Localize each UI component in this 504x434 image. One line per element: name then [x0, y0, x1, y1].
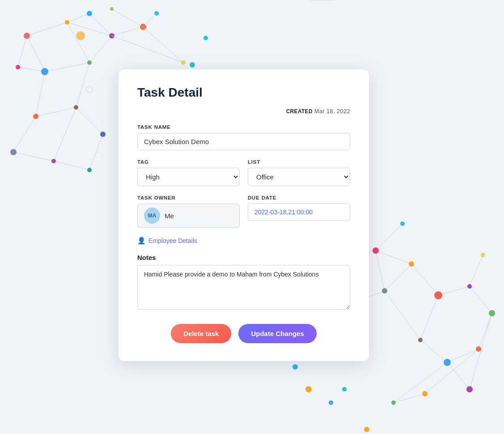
tag-list-row: TAG High Medium Low LIST Office Remote H…	[137, 159, 350, 186]
svg-point-35	[87, 168, 92, 172]
tag-label: TAG	[137, 159, 240, 165]
due-date-value[interactable]: 2022-03-18,21:00:00	[248, 204, 350, 221]
svg-line-41	[112, 36, 183, 63]
svg-point-26	[33, 114, 38, 119]
svg-point-74	[418, 338, 423, 342]
svg-point-27	[74, 105, 78, 110]
svg-line-5	[89, 36, 112, 63]
notes-label: Notes	[137, 254, 350, 261]
list-label: LIST	[248, 159, 350, 165]
created-label: CREATED	[286, 108, 313, 115]
due-date-label: DUE DATE	[248, 195, 350, 200]
svg-point-83	[329, 400, 333, 405]
svg-point-44	[86, 86, 93, 93]
svg-line-50	[479, 313, 492, 349]
task-owner-group: TASK OWNER MA Me	[137, 195, 240, 228]
task-name-label: TASK NAME	[137, 124, 350, 130]
owner-duedate-row: TASK OWNER MA Me DUE DATE 2022-03-18,21:…	[137, 195, 350, 228]
update-changes-button[interactable]: Update Changes	[238, 324, 316, 343]
svg-point-76	[400, 221, 405, 226]
svg-line-49	[470, 286, 492, 313]
svg-line-9	[76, 63, 89, 107]
svg-line-57	[385, 291, 420, 340]
owner-box[interactable]: MA Me	[137, 204, 240, 228]
svg-line-62	[394, 362, 447, 403]
svg-line-13	[54, 107, 76, 161]
list-select[interactable]: Office Remote Home	[248, 168, 350, 186]
svg-line-3	[67, 22, 89, 63]
svg-point-29	[51, 159, 56, 163]
svg-line-46	[376, 251, 411, 264]
svg-point-34	[100, 132, 106, 137]
svg-point-24	[41, 68, 48, 75]
svg-line-65	[470, 255, 483, 286]
modal-title: Task Detail	[137, 85, 350, 100]
svg-point-33	[16, 65, 20, 69]
buttons-row: Delete task Update Changes	[137, 324, 350, 343]
svg-line-12	[13, 152, 54, 161]
svg-line-6	[112, 27, 143, 36]
svg-line-47	[411, 264, 438, 295]
svg-point-39	[181, 60, 186, 65]
delete-task-button[interactable]: Delete task	[171, 324, 231, 343]
svg-point-25	[87, 60, 92, 65]
svg-point-73	[444, 359, 451, 366]
svg-line-4	[45, 63, 89, 72]
svg-point-72	[476, 346, 481, 352]
svg-point-69	[434, 291, 442, 299]
svg-point-84	[292, 364, 298, 370]
svg-line-55	[385, 264, 411, 291]
svg-point-75	[382, 288, 387, 294]
svg-line-8	[36, 107, 76, 116]
svg-line-15	[67, 13, 89, 22]
svg-point-42	[190, 62, 195, 68]
svg-line-18	[18, 36, 27, 67]
task-name-group: TASK NAME	[137, 124, 350, 150]
svg-line-53	[420, 295, 438, 340]
svg-line-10	[76, 107, 103, 134]
svg-line-58	[447, 362, 470, 389]
svg-point-82	[305, 386, 312, 392]
svg-line-17	[18, 67, 45, 72]
svg-point-21	[24, 33, 30, 39]
employee-details-link[interactable]: 👤 Employee Details	[137, 237, 197, 245]
svg-line-51	[447, 349, 479, 362]
svg-point-81	[481, 253, 485, 257]
svg-point-23	[109, 33, 114, 38]
svg-line-48	[438, 286, 470, 295]
svg-point-30	[87, 11, 92, 16]
svg-point-32	[140, 24, 146, 30]
svg-line-61	[394, 394, 425, 403]
svg-point-28	[10, 149, 17, 155]
svg-point-70	[467, 284, 472, 289]
svg-point-78	[422, 391, 428, 396]
svg-point-68	[409, 261, 414, 267]
person-icon: 👤	[137, 237, 146, 245]
svg-line-11	[13, 116, 36, 152]
employee-details-label: Employee Details	[148, 237, 197, 244]
svg-line-52	[420, 340, 447, 362]
svg-line-19	[54, 161, 89, 170]
notes-textarea[interactable]	[137, 265, 350, 310]
svg-line-1	[27, 36, 45, 72]
svg-point-71	[489, 310, 495, 316]
svg-point-37	[154, 11, 159, 16]
svg-point-77	[466, 386, 473, 392]
svg-line-7	[36, 72, 45, 116]
svg-point-88	[364, 427, 369, 432]
tag-select[interactable]: High Medium Low	[137, 168, 240, 186]
svg-point-87	[342, 387, 347, 391]
modal-card: Task Detail CREATED Mar 18, 2022 TASK NA…	[119, 69, 369, 361]
svg-point-31	[110, 7, 114, 11]
svg-line-40	[143, 27, 183, 63]
task-name-input[interactable]	[137, 133, 350, 150]
tag-group: TAG High Medium Low	[137, 159, 240, 186]
notes-group: Notes	[137, 254, 350, 311]
svg-line-38	[143, 13, 157, 27]
avatar: MA	[144, 208, 160, 224]
svg-point-43	[203, 36, 208, 40]
owner-name: Me	[165, 212, 174, 220]
svg-point-22	[65, 20, 69, 25]
svg-point-67	[373, 247, 379, 254]
svg-line-59	[470, 313, 492, 389]
